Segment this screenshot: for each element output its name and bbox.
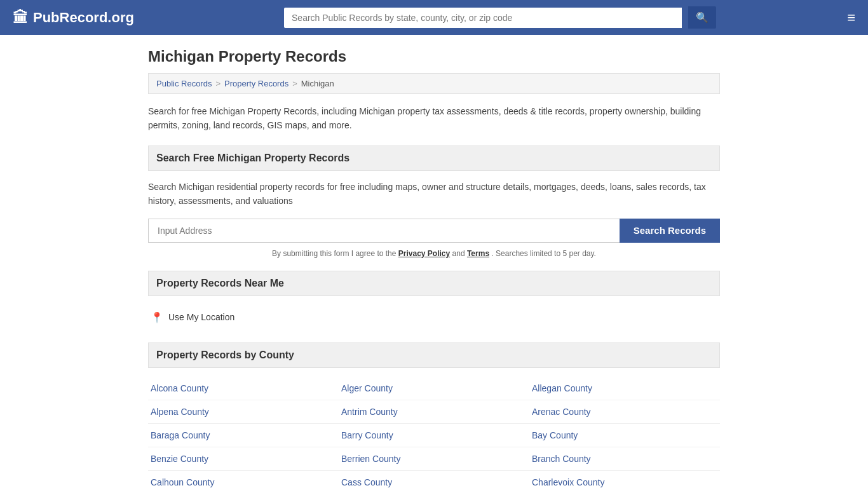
breadcrumb-property-records[interactable]: Property Records: [224, 79, 288, 88]
search-section-description: Search Michigan residential property rec…: [148, 180, 720, 208]
county-link[interactable]: Allegan County: [529, 377, 720, 400]
header-search-area: 🔍: [284, 6, 716, 29]
county-section: Property Records by County Alcona County…: [148, 342, 720, 488]
county-link[interactable]: Alger County: [339, 377, 529, 400]
near-me-heading: Property Records Near Me: [148, 271, 720, 296]
county-link[interactable]: Cass County: [339, 471, 529, 488]
county-grid: Alcona CountyAlger CountyAllegan CountyA…: [148, 377, 720, 488]
county-link[interactable]: Branch County: [529, 447, 720, 471]
search-section: Search Free Michigan Property Records Se…: [148, 146, 720, 258]
breadcrumb-public-records[interactable]: Public Records: [156, 79, 212, 88]
search-section-heading: Search Free Michigan Property Records: [148, 146, 720, 171]
county-link[interactable]: Barry County: [339, 424, 529, 447]
breadcrumb-sep-1: >: [215, 79, 220, 88]
search-records-button[interactable]: Search Records: [620, 219, 720, 243]
county-link[interactable]: Antrim County: [339, 400, 529, 424]
county-link[interactable]: Baraga County: [148, 424, 339, 447]
logo-text: PubRecord.org: [33, 10, 134, 26]
breadcrumb-sep-2: >: [292, 79, 297, 88]
use-my-location-label: Use My Location: [168, 312, 234, 322]
header-search-input[interactable]: [284, 8, 682, 28]
hamburger-menu-button[interactable]: ≡: [847, 11, 855, 25]
hamburger-icon: ≡: [847, 10, 855, 25]
county-link[interactable]: Arenac County: [529, 400, 720, 424]
location-pin-icon: 📍: [151, 311, 163, 323]
form-notice: By submitting this form I agree to the P…: [148, 249, 720, 258]
privacy-policy-link[interactable]: Privacy Policy: [398, 249, 450, 258]
use-my-location-row[interactable]: 📍 Use My Location: [148, 305, 720, 330]
site-logo[interactable]: 🏛 PubRecord.org: [13, 9, 134, 27]
county-link[interactable]: Alpena County: [148, 400, 339, 424]
main-content: Michigan Property Records Public Records…: [135, 35, 733, 488]
breadcrumb-michigan: Michigan: [301, 79, 334, 88]
page-title: Michigan Property Records: [148, 48, 720, 65]
site-header: 🏛 PubRecord.org 🔍 ≡: [0, 0, 868, 35]
county-link[interactable]: Charlevoix County: [529, 471, 720, 488]
terms-link[interactable]: Terms: [467, 249, 489, 258]
county-link[interactable]: Berrien County: [339, 447, 529, 471]
notice-prefix: By submitting this form I agree to the: [272, 249, 396, 258]
logo-icon: 🏛: [13, 9, 28, 27]
header-search-button[interactable]: 🔍: [688, 6, 716, 29]
county-link[interactable]: Alcona County: [148, 377, 339, 400]
address-search-form: Search Records: [148, 219, 720, 243]
county-link[interactable]: Bay County: [529, 424, 720, 447]
address-input[interactable]: [148, 219, 620, 243]
notice-and: and: [452, 249, 465, 258]
county-link[interactable]: Calhoun County: [148, 471, 339, 488]
notice-suffix: . Searches limited to 5 per day.: [491, 249, 596, 258]
county-link[interactable]: Benzie County: [148, 447, 339, 471]
near-me-section: Property Records Near Me 📍 Use My Locati…: [148, 271, 720, 330]
breadcrumb: Public Records > Property Records > Mich…: [148, 73, 720, 94]
county-section-heading: Property Records by County: [148, 342, 720, 368]
header-search-icon: 🔍: [696, 12, 709, 23]
page-description: Search for free Michigan Property Record…: [148, 104, 720, 133]
